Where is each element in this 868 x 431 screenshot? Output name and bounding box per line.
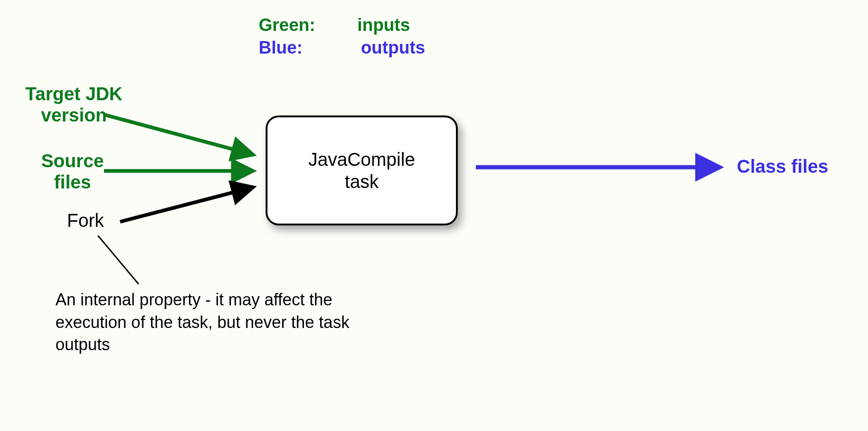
legend-green-label: Green: bbox=[259, 15, 315, 35]
legend-blue-label: Blue: bbox=[259, 38, 303, 57]
input-fork: Fork bbox=[67, 210, 104, 231]
task-box-label: JavaCompiletask bbox=[308, 148, 415, 193]
legend-row-blue: Blue: outputs bbox=[259, 36, 425, 59]
arrow-fork bbox=[120, 188, 252, 222]
connector-fork-note bbox=[98, 236, 139, 284]
legend-row-green: Green: inputs bbox=[259, 14, 425, 36]
output-class-files: Class files bbox=[737, 156, 828, 177]
input-source-files: Sourcefiles bbox=[26, 150, 119, 193]
legend-block: Green: inputs Blue: outputs bbox=[259, 14, 425, 60]
task-box: JavaCompiletask bbox=[266, 115, 458, 225]
legend-blue-value: outputs bbox=[361, 38, 425, 57]
legend-green-value: inputs bbox=[358, 15, 410, 35]
fork-note: An internal property - it may affect the… bbox=[55, 289, 388, 356]
input-target-jdk: Target JDKversion bbox=[14, 83, 134, 126]
